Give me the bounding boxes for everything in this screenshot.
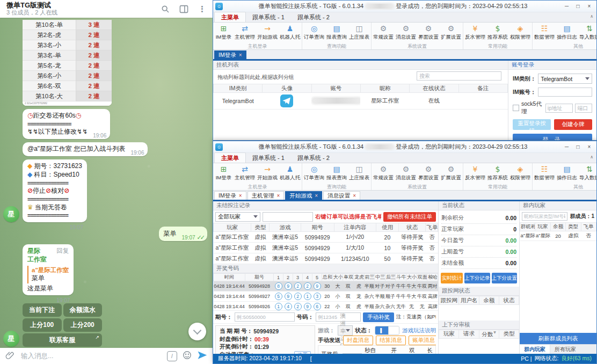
column-header[interactable]: 余额: [479, 296, 499, 305]
bet-row[interactable]: a"星际工作室虚拟澳洲幸运5509949291/大/1010等待开奖否: [214, 243, 438, 253]
ribbon-button-start-game[interactable]: →开始游戏: [256, 164, 279, 184]
close-icon[interactable]: ×: [277, 193, 280, 199]
cancel-all-bets-button[interactable]: 撤销所有未结注单: [383, 212, 436, 222]
lottery-row[interactable]: 0428 19:14:44509949275921320小双龙杂六半顺顺子牛牛牛…: [214, 292, 438, 302]
manual-number-input[interactable]: [316, 312, 361, 322]
column-header[interactable]: 1: [274, 274, 283, 281]
column-header[interactable]: 玩家: [439, 330, 459, 338]
checkbox[interactable]: [513, 105, 519, 111]
proxy-port-input[interactable]: [575, 104, 592, 113]
message-reply[interactable]: 回复 星际工作室 a"星际工作室 菜单 这是菜单 19:07: [23, 244, 74, 295]
chat-keyboard-button[interactable]: 余额流水: [63, 303, 103, 317]
ribbon-tab[interactable]: 跟单系统 - 1: [246, 12, 291, 22]
column-header[interactable]: 跟投网: [439, 296, 459, 305]
column-header[interactable]: 玩家: [214, 223, 251, 232]
lottery-table-wrap[interactable]: 时间期号12345总和大小单双龙虎前三中三后三斗牛大小双面梭哈0428 19:1…: [213, 273, 438, 310]
reset-login-button[interactable]: 重置登录按钮: [513, 119, 551, 130]
ribbon-button-data-manage[interactable]: ☷数据管理: [533, 23, 556, 43]
refresh-members-button[interactable]: 刷新群成员列表: [520, 333, 596, 344]
member-tab[interactable]: 所有玩家: [550, 345, 580, 354]
message-countdown[interactable]: ◷距交卷还有60s◷ =============== ↯↯以下禁止修改↯↯19:…: [23, 109, 110, 139]
ribbon-button-ui-settings[interactable]: ⚙界面设置: [417, 164, 440, 184]
emoji-icon[interactable]: [183, 351, 192, 362]
column-header[interactable]: 后三: [385, 274, 396, 281]
ribbon-button-import-data[interactable]: ⇅导入数据: [578, 23, 596, 43]
document-tab[interactable]: 消息设置×: [323, 191, 360, 200]
ribbon-collapse-icon[interactable]: ∧: [590, 14, 593, 19]
member-search-input[interactable]: [522, 212, 567, 221]
chat-keyboard-button[interactable]: 上分100: [23, 318, 62, 332]
maximize-icon[interactable]: □: [572, 2, 584, 11]
ribbon-button-permission-manage[interactable]: ◈权限管理: [509, 23, 532, 43]
column-header[interactable]: 在线状态: [410, 84, 458, 93]
ribbon-button-message-settings[interactable]: ⚙消息设置: [395, 23, 417, 43]
menu-icon[interactable]: ⋮: [198, 4, 206, 14]
column-header[interactable]: 期号: [245, 274, 274, 281]
column-header[interactable]: 群昵称: [520, 223, 535, 231]
close-icon[interactable]: ×: [239, 193, 242, 199]
column-header[interactable]: 类型: [251, 223, 270, 232]
ribbon-button-extend-settings[interactable]: ⚙扩展设置: [440, 23, 462, 43]
lottery-row[interactable]: 0428 19:14:44509949261429622小双虎半顺杂六杂六无牛无…: [214, 302, 438, 311]
ribbon-button-start-game[interactable]: →开始游戏: [256, 23, 279, 43]
ribbon-tab[interactable]: 主菜单: [214, 152, 246, 163]
document-tab[interactable]: IM登录×: [214, 191, 246, 200]
game-rules-link[interactable]: 游戏玩法说明: [402, 327, 436, 334]
member-tab[interactable]: 群内玩家: [520, 345, 550, 354]
column-header[interactable]: 备注: [458, 84, 507, 93]
close-icon[interactable]: ×: [315, 193, 318, 199]
column-header[interactable]: 斗牛: [396, 274, 406, 281]
im-type-select[interactable]: TelegramBot: [538, 74, 592, 84]
ribbon-button-im-login[interactable]: ⊞IM登录: [214, 164, 234, 184]
status-action-button[interactable]: 实时统计: [441, 273, 463, 283]
column-header[interactable]: 使用: [376, 223, 398, 232]
streak-row[interactable]: 第2名-虎2 連: [23, 30, 112, 40]
im-account-input[interactable]: [538, 88, 592, 97]
column-header[interactable]: 用户名: [459, 296, 479, 305]
column-header[interactable]: 游戏: [270, 223, 301, 232]
ribbon-button-operation-log[interactable]: ▤操作日志: [556, 23, 578, 43]
column-header[interactable]: 梭哈: [427, 274, 438, 281]
ribbon-button-referral-system[interactable]: $推荐系统: [486, 23, 509, 43]
minimize-icon[interactable]: ─: [561, 143, 572, 151]
ribbon-button-operation-log[interactable]: ▤操作日志: [556, 164, 578, 184]
ribbon-button-general-settings[interactable]: ⚙常规设置: [372, 23, 395, 43]
login-button[interactable]: 登 录: [513, 134, 592, 140]
status-action-button[interactable]: 上下分记录: [464, 273, 490, 283]
ribbon-collapse-icon[interactable]: ∧: [590, 155, 593, 159]
document-tab[interactable]: IM登录×: [214, 50, 246, 59]
column-header[interactable]: 4: [303, 274, 312, 281]
avatar[interactable]: 星: [3, 206, 19, 222]
ribbon-button-message-settings[interactable]: ⚙消息设置: [395, 164, 417, 184]
ribbon-button-host-manage[interactable]: ⇄主机管理: [234, 164, 256, 184]
search-input[interactable]: [417, 71, 501, 81]
proxy-ip-input[interactable]: [545, 104, 573, 113]
ribbon-button-host-manage[interactable]: ⇄主机管理: [234, 23, 256, 43]
close-icon[interactable]: ×: [353, 193, 356, 199]
chat-messages-area[interactable]: 第10名-单3 連第2名-虎2 連第3名-小2 連第3名-单2 連第5名-龙2 …: [0, 18, 213, 348]
manual-period-input[interactable]: [235, 312, 295, 322]
message-join[interactable]: @a"星际工作室 您已加入战斗列表 19:06: [23, 142, 148, 156]
column-header[interactable]: 大小: [406, 274, 417, 281]
message-menu-outgoing[interactable]: 菜单 19:07✓✓: [159, 227, 207, 241]
ribbon-button-order-query[interactable]: ◎订单查询: [303, 164, 325, 184]
ribbon-button-import-data[interactable]: ⇅导入数据: [578, 164, 596, 184]
bet-row[interactable]: a"星际工作室虚拟澳洲幸运5509949291/小/2020等待开奖否: [214, 232, 438, 243]
status-toggle[interactable]: ▌: [375, 326, 399, 335]
auto-send-check[interactable]: 双面图: [401, 347, 415, 354]
close-icon[interactable]: ×: [584, 143, 595, 151]
search-icon[interactable]: [161, 5, 170, 13]
minimize-icon[interactable]: ─: [561, 2, 572, 11]
chat-keyboard-button[interactable]: 当前下注: [23, 303, 62, 317]
streak-row[interactable]: 第3名-单2 連: [23, 50, 112, 61]
ribbon-button-ui-settings[interactable]: ⚙界面设置: [417, 23, 440, 43]
ribbon-button-report-query[interactable]: ▤报表查询: [325, 23, 348, 43]
column-header[interactable]: 玩家: [535, 223, 550, 231]
column-header[interactable]: 昵称: [360, 84, 409, 93]
ribbon-button-general-settings[interactable]: ⚙常规设置: [372, 164, 395, 184]
status-action-button[interactable]: 上下分设置: [492, 273, 518, 283]
column-header[interactable]: 分数▼: [479, 330, 499, 338]
column-header[interactable]: 总和: [322, 274, 333, 281]
column-header[interactable]: 大小: [332, 274, 343, 281]
ribbon-button-banker-report[interactable]: ◫上庄报表: [348, 164, 370, 184]
